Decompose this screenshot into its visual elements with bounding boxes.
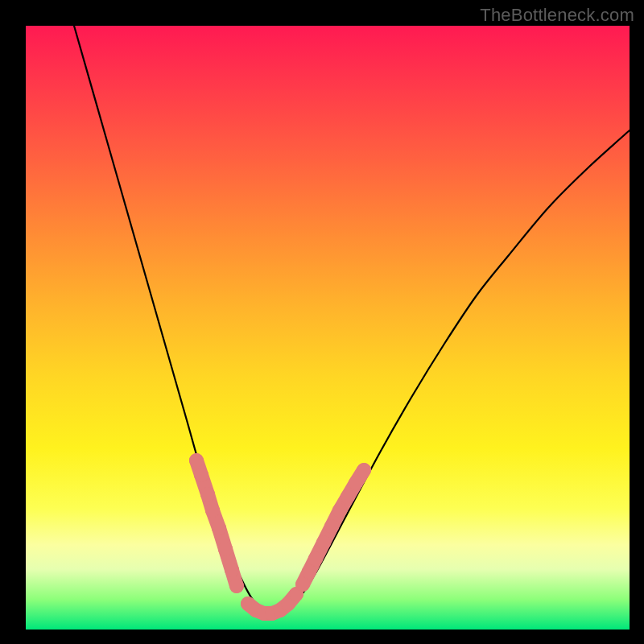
bead-dot (341, 489, 355, 504)
bead-dot (308, 551, 323, 566)
bead-dot (189, 453, 204, 468)
chart-stage: TheBottleneck.com (0, 0, 644, 644)
plot-area (26, 26, 630, 630)
curve-svg (26, 26, 630, 630)
bead-dot (229, 579, 244, 593)
bead-dot (332, 503, 347, 518)
bead-dot (295, 577, 310, 592)
watermark-text: TheBottleneck.com (480, 5, 634, 26)
bead-dot (212, 521, 226, 535)
bead-group (189, 453, 371, 621)
bead-dot (349, 476, 363, 490)
bead-dot (316, 535, 331, 550)
bead-dot (200, 487, 215, 502)
bead-dot (225, 563, 239, 577)
bead-dot (302, 564, 316, 579)
bead-dot (357, 463, 371, 477)
bead-dot (205, 503, 220, 518)
bead-dot (218, 542, 233, 556)
bead-dot (194, 468, 208, 482)
bead-dot (324, 519, 339, 534)
bottleneck-curve (74, 26, 630, 614)
